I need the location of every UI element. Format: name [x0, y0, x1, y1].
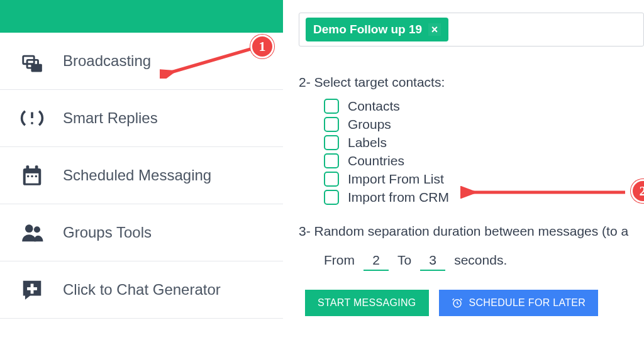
sidebar-item-label: Smart Replies — [63, 109, 158, 127]
unit-label: seconds. — [454, 253, 507, 268]
svg-point-12 — [25, 224, 33, 233]
sidebar-item-scheduled-messaging[interactable]: Scheduled Messaging — [0, 147, 283, 204]
sidebar-item-label: Groups Tools — [63, 224, 152, 241]
svg-rect-6 — [26, 165, 30, 170]
checkbox-import-list[interactable] — [324, 172, 339, 187]
checkbox-label: Import From List — [348, 172, 444, 187]
checkbox-label: Groups — [348, 117, 391, 132]
svg-point-11 — [35, 175, 37, 177]
svg-rect-15 — [27, 287, 37, 290]
broadcasting-icon — [19, 48, 45, 74]
calendar-icon — [19, 162, 45, 189]
clock-icon — [452, 297, 463, 309]
sidebar-item-label: Broadcasting — [63, 52, 151, 70]
checkbox-import-crm[interactable] — [324, 190, 339, 205]
main-content: Demo Follow up 19 × 2- Select target con… — [283, 0, 644, 362]
svg-rect-7 — [35, 165, 38, 170]
svg-point-13 — [34, 226, 40, 233]
checkbox-countries[interactable] — [324, 153, 339, 168]
annotation-callout-1: 1 — [250, 35, 274, 58]
tag-label: Demo Follow up 19 — [313, 23, 422, 36]
svg-point-9 — [27, 175, 29, 177]
sidebar-item-groups-tools[interactable]: Groups Tools — [0, 204, 283, 261]
from-input[interactable] — [364, 253, 389, 271]
to-input[interactable] — [420, 253, 445, 271]
chat-plus-icon — [19, 277, 45, 303]
svg-line-17 — [171, 48, 253, 72]
checkbox-labels[interactable] — [324, 135, 339, 150]
svg-point-4 — [31, 122, 33, 124]
checkbox-contacts[interactable] — [324, 99, 339, 114]
tag-input[interactable]: Demo Follow up 19 × — [299, 13, 644, 47]
tag-remove-icon[interactable]: × — [428, 23, 441, 36]
sidebar-item-label: Scheduled Messaging — [63, 167, 211, 184]
sidebar-top-bar — [0, 0, 283, 33]
svg-point-10 — [31, 175, 33, 177]
from-label: From — [324, 253, 355, 268]
checkbox-label: Countries — [348, 153, 404, 168]
smart-replies-icon — [19, 105, 45, 131]
schedule-later-button[interactable]: SCHEDULE FOR LATER — [439, 290, 599, 316]
sidebar-item-smart-replies[interactable]: Smart Replies — [0, 90, 283, 147]
checkbox-label: Contacts — [348, 99, 400, 114]
groups-icon — [19, 219, 45, 246]
to-label: To — [397, 253, 411, 268]
checkbox-groups[interactable] — [324, 117, 339, 132]
annotation-arrow-1 — [160, 41, 260, 79]
sidebar-item-click-to-chat[interactable]: Click to Chat Generator — [0, 261, 283, 319]
button-label: START MESSAGING — [318, 297, 416, 309]
annotation-arrow-2 — [460, 186, 636, 199]
svg-rect-8 — [26, 173, 39, 184]
start-messaging-button[interactable]: START MESSAGING — [305, 290, 429, 316]
step3-title: 3- Random separation duration between me… — [299, 224, 644, 239]
selected-tag: Demo Follow up 19 × — [306, 18, 448, 41]
checkbox-label: Labels — [348, 135, 387, 150]
step2-title: 2- Select target contacts: — [299, 75, 644, 90]
button-label: SCHEDULE FOR LATER — [469, 297, 586, 309]
checkbox-label: Import from CRM — [348, 190, 449, 205]
sidebar-item-label: Click to Chat Generator — [63, 281, 221, 299]
svg-rect-2 — [31, 64, 42, 72]
